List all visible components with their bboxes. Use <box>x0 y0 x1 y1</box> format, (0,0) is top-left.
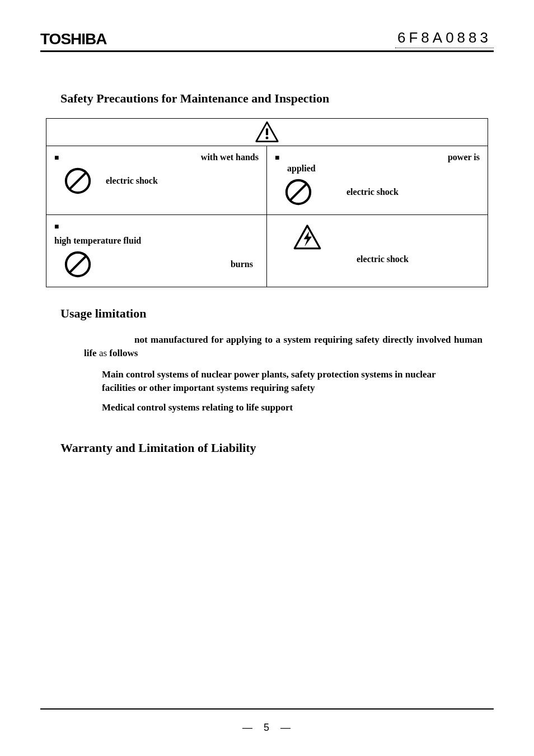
svg-rect-1 <box>266 128 268 135</box>
document-code: 6F8A0883 <box>395 29 494 48</box>
warning-triangle-icon <box>255 120 279 144</box>
page-header: TOSHIBA 6F8A0883 <box>40 29 494 52</box>
section-heading-usage: Usage limitation <box>60 306 494 321</box>
warning-box: ■ with wet hands electric shock ■ <box>46 118 488 287</box>
bullet-icon: ■ <box>275 152 279 163</box>
warning-text: power is <box>284 152 480 163</box>
usage-bold-2: follows <box>109 348 138 358</box>
usage-paragraph: not manufactured for applying to a syste… <box>84 333 483 360</box>
page-number: 5 <box>264 722 270 734</box>
bullet-icon: ■ <box>54 152 59 163</box>
page-body: Safety Precautions for Maintenance and I… <box>40 52 494 708</box>
warning-cell-wet-hands: ■ with wet hands electric shock <box>46 146 267 215</box>
prohibition-icon <box>284 178 313 207</box>
warning-label: electric shock <box>343 254 409 264</box>
prohibition-icon <box>63 166 92 195</box>
warning-text: with wet hands <box>63 152 259 163</box>
usage-bold-1: not manufactured for applying to a syste… <box>84 334 483 358</box>
svg-line-8 <box>69 256 86 272</box>
warning-label: electric shock <box>92 176 158 186</box>
warning-text: high temperature fluid <box>54 235 259 246</box>
section-heading-warranty: Warranty and Limitation of Liability <box>60 441 494 455</box>
bullet-icon: ■ <box>54 221 59 232</box>
warning-cell-power-applied: ■ power is applied electric shock <box>267 146 488 215</box>
svg-line-4 <box>69 172 86 189</box>
list-item: Medical control systems relating to life… <box>102 401 471 415</box>
warning-cell-high-temp: ■ high temperature fluid burns <box>46 215 267 287</box>
warning-text-line2: applied <box>287 163 480 174</box>
footer-dash-right: — <box>280 722 292 734</box>
brand-logo: TOSHIBA <box>40 30 107 48</box>
svg-point-2 <box>266 137 269 139</box>
usage-limitation-list: Main control systems of nuclear power pl… <box>102 368 471 415</box>
section-heading-safety: Safety Precautions for Maintenance and I… <box>60 91 494 106</box>
page-footer: — 5 — <box>40 708 494 734</box>
footer-dash-left: — <box>242 722 254 734</box>
list-item: Main control systems of nuclear power pl… <box>102 368 471 395</box>
warning-cell-shock: electric shock <box>267 215 488 287</box>
prohibition-icon <box>63 250 92 279</box>
svg-line-6 <box>290 184 306 200</box>
warning-label: electric shock <box>333 187 399 197</box>
shock-triangle-icon <box>293 223 322 252</box>
warning-label: burns <box>231 259 259 269</box>
warning-box-header <box>46 119 488 146</box>
usage-plain-1: as <box>97 348 110 358</box>
